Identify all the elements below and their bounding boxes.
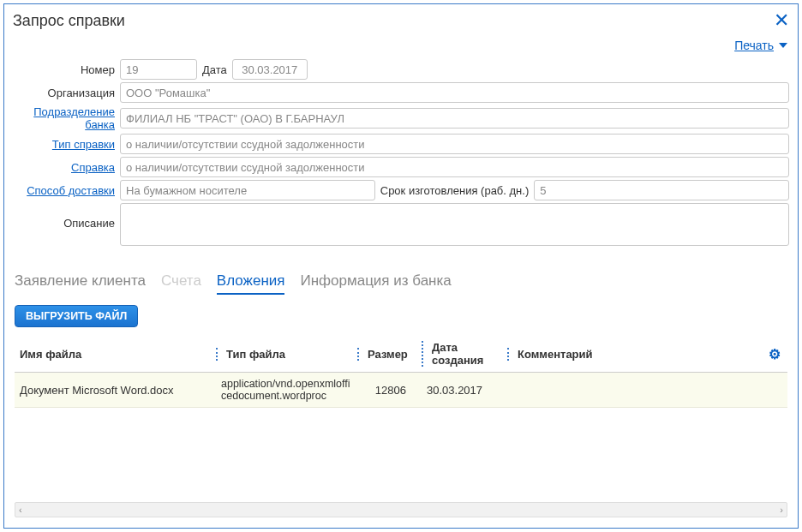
horizontal-scrollbar[interactable]: [15, 502, 787, 517]
number-input[interactable]: [120, 59, 197, 80]
cert-input[interactable]: [120, 157, 789, 177]
cell-size: 12806: [357, 384, 422, 397]
tabs: Заявление клиента Счета Вложения Информа…: [4, 257, 798, 295]
tab-client[interactable]: Заявление клиента: [15, 272, 146, 295]
col-size[interactable]: Размер: [357, 346, 422, 362]
cell-name: Документ Microsoft Word.docx: [15, 384, 216, 397]
cert-type-input[interactable]: [120, 134, 789, 154]
window-title: Запрос справки: [13, 12, 774, 30]
cell-date: 30.03.2017: [422, 384, 507, 397]
date-label: Дата: [197, 63, 232, 76]
number-label: Номер: [13, 63, 120, 76]
gear-icon: ⚙: [769, 347, 781, 362]
delivery-label[interactable]: Способ доставки: [13, 184, 120, 197]
upload-button[interactable]: ВЫГРУЗИТЬ ФАЙЛ: [15, 305, 138, 327]
chevron-down-icon: [779, 43, 787, 48]
form: Номер Дата Организация Подразделение бан…: [4, 59, 798, 257]
col-date[interactable]: Дата создания: [422, 339, 507, 368]
cert-label[interactable]: Справка: [13, 161, 120, 174]
tab-attachments[interactable]: Вложения: [217, 272, 285, 295]
delivery-input[interactable]: [120, 180, 375, 200]
date-input[interactable]: [232, 59, 308, 80]
tab-body-attachments: ВЫГРУЗИТЬ ФАЙЛ Имя файла Тип файла Разме…: [4, 295, 798, 495]
table-header: Имя файла Тип файла Размер Дата создания…: [15, 336, 787, 373]
print-link[interactable]: Печать: [734, 39, 787, 52]
org-label: Организация: [13, 87, 120, 99]
desc-label: Описание: [13, 203, 120, 230]
table-row[interactable]: Документ Microsoft Word.docx application…: [15, 373, 787, 408]
term-input[interactable]: [534, 180, 789, 200]
dialog-window: Запрос справки ✕ Печать Номер Дата Орган…: [3, 3, 799, 529]
col-type[interactable]: Тип файла: [216, 346, 357, 362]
tab-bank-info[interactable]: Информация из банка: [300, 272, 451, 295]
cell-type: application/vnd.openxmlofficedocument.wo…: [216, 378, 357, 402]
table-settings[interactable]: ⚙: [762, 346, 787, 362]
bank-unit-label[interactable]: Подразделение банка: [13, 105, 120, 131]
tab-accounts: Счета: [161, 272, 201, 295]
cert-type-label[interactable]: Тип справки: [13, 138, 120, 151]
desc-input[interactable]: [120, 203, 789, 246]
bank-unit-input[interactable]: [120, 108, 789, 129]
print-link-label: Печать: [734, 39, 774, 52]
term-label: Срок изготовления (раб. дн.): [375, 184, 535, 197]
titlebar: Запрос справки ✕: [4, 4, 798, 35]
col-name[interactable]: Имя файла: [15, 346, 216, 362]
col-comment[interactable]: Комментарий: [507, 346, 762, 362]
org-input[interactable]: [120, 82, 789, 103]
toolbar: Печать: [4, 35, 798, 59]
attachments-table: Имя файла Тип файла Размер Дата создания…: [15, 336, 787, 495]
close-icon[interactable]: ✕: [774, 11, 789, 30]
